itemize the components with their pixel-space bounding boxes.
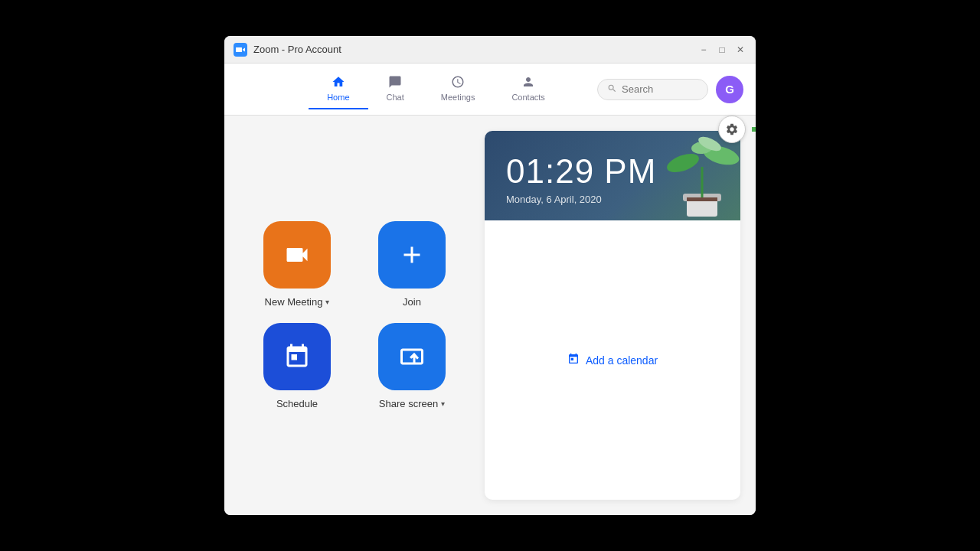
zoom-window: Zoom - Pro Account − □ ✕ Home [224, 36, 756, 515]
tab-meetings-label: Meetings [441, 93, 475, 102]
nav-tabs: Home Chat Meetings [309, 69, 564, 109]
left-panel: New Meeting ▾ Join [240, 131, 469, 500]
main-content: New Meeting ▾ Join [224, 116, 756, 515]
schedule-button[interactable]: Schedule [263, 323, 331, 409]
zoom-logo [234, 43, 247, 57]
clock-banner: 01:29 PM Monday, 6 April, 2020 [485, 131, 740, 220]
tab-home-label: Home [327, 93, 349, 102]
contacts-icon [521, 75, 535, 91]
maximize-button[interactable]: □ [716, 44, 728, 56]
calendar-icon [567, 353, 580, 368]
tab-contacts[interactable]: Contacts [493, 69, 563, 109]
share-screen-arrow: ▾ [441, 399, 445, 408]
minimize-button[interactable]: − [697, 44, 710, 56]
titlebar-controls: − □ ✕ [697, 44, 746, 56]
tab-home[interactable]: Home [309, 69, 368, 109]
tab-chat-label: Chat [387, 93, 404, 102]
avatar-button[interactable]: G [716, 76, 743, 103]
search-input[interactable] [622, 83, 698, 95]
svg-rect-3 [687, 197, 717, 201]
new-meeting-button[interactable]: New Meeting ▾ [263, 221, 331, 308]
join-icon [378, 221, 446, 289]
plant-decoration [664, 131, 740, 220]
join-label: Join [403, 296, 421, 308]
new-meeting-icon [263, 221, 331, 289]
tab-meetings[interactable]: Meetings [423, 69, 494, 109]
right-panel: 01:29 PM Monday, 6 April, 2020 [485, 131, 740, 500]
titlebar-title: Zoom - Pro Account [253, 44, 697, 55]
navbar: Home Chat Meetings [224, 64, 756, 116]
chat-icon [388, 75, 402, 91]
join-button[interactable]: Join [378, 221, 446, 308]
share-screen-label: Share screen ▾ [379, 398, 445, 409]
search-icon [607, 83, 617, 96]
share-screen-icon [378, 323, 446, 390]
close-button[interactable]: ✕ [734, 44, 746, 56]
titlebar: Zoom - Pro Account − □ ✕ [224, 36, 756, 64]
new-meeting-arrow: ▾ [325, 298, 329, 306]
search-bar[interactable] [597, 79, 708, 100]
new-meeting-label: New Meeting ▾ [265, 296, 330, 308]
add-calendar-label: Add a calendar [586, 354, 658, 367]
add-calendar-button[interactable]: Add a calendar [567, 353, 658, 368]
tab-contacts-label: Contacts [511, 93, 544, 102]
schedule-icon [263, 323, 331, 390]
meetings-icon [451, 75, 465, 91]
svg-point-5 [665, 150, 701, 176]
calendar-section: Add a calendar [485, 220, 740, 500]
settings-arrow-indicator [752, 122, 756, 137]
settings-area [718, 116, 756, 143]
schedule-label: Schedule [276, 398, 318, 409]
share-screen-button[interactable]: Share screen ▾ [378, 323, 446, 409]
home-icon [332, 75, 345, 91]
settings-button[interactable] [718, 116, 746, 143]
navbar-right: G [597, 76, 743, 103]
tab-chat[interactable]: Chat [368, 69, 423, 109]
